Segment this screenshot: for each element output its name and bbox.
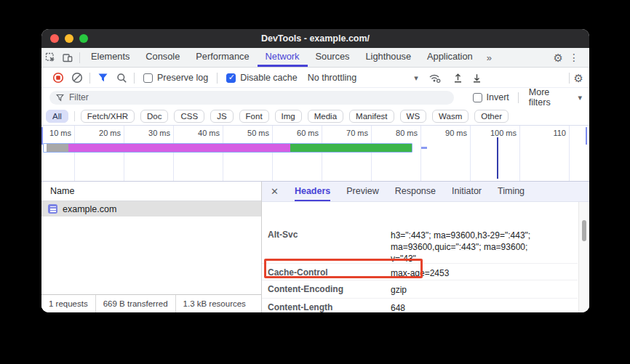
overview-handle[interactable] xyxy=(586,127,587,145)
throttling-select[interactable]: No throttling ▾ xyxy=(308,73,418,83)
more-panels-icon[interactable]: » xyxy=(481,48,498,67)
desktop-background: DevTools - example.com/ ElementsConsoleP… xyxy=(0,0,630,364)
scrollbar[interactable] xyxy=(578,202,589,312)
titlebar[interactable]: DevTools - example.com/ xyxy=(41,29,589,48)
tab-elements[interactable]: Elements xyxy=(83,48,137,67)
filter-chip-media[interactable]: Media xyxy=(308,110,343,123)
overview-handle[interactable] xyxy=(41,127,43,145)
filter-chip-css[interactable]: CSS xyxy=(174,110,204,123)
network-overview[interactable]: 10 ms20 ms30 ms40 ms50 ms60 ms70 ms80 ms… xyxy=(41,125,589,182)
divider xyxy=(217,73,218,84)
divider xyxy=(569,73,570,84)
document-icon xyxy=(48,204,57,214)
tab-network[interactable]: Network xyxy=(258,48,308,67)
header-value: gzip xyxy=(391,284,547,296)
filter-chip-other[interactable]: Other xyxy=(474,110,509,123)
devtools-tab-bar: ElementsConsolePerformanceNetworkSources… xyxy=(41,48,589,68)
filter-chip-doc[interactable]: Doc xyxy=(140,110,168,123)
device-toolbar-icon[interactable] xyxy=(59,48,76,67)
import-har-icon[interactable] xyxy=(468,68,487,87)
filter-bar: Filter Invert More filters ▾ xyxy=(41,88,589,107)
clear-log-icon[interactable] xyxy=(68,68,87,87)
timeline-tick-label: 110 xyxy=(524,129,566,137)
timeline-gridline xyxy=(124,126,124,181)
status-item: 1.3 kB resources xyxy=(176,299,253,308)
request-row[interactable]: example.com xyxy=(41,201,261,217)
headers-panel: ✕ HeadersPreviewResponseInitiatorTiming … xyxy=(262,182,589,312)
header-row-content-encoding[interactable]: Content-Encodinggzip xyxy=(262,284,578,296)
inspect-element-icon[interactable] xyxy=(41,48,59,67)
detail-tab-preview[interactable]: Preview xyxy=(346,182,378,201)
header-name: Cache-Control xyxy=(268,267,388,278)
customize-menu-icon[interactable]: ⋮ xyxy=(565,52,583,63)
invert-checkbox[interactable] xyxy=(473,93,482,102)
header-row-alt-svc[interactable]: Alt-Svch3=":443"; ma=93600,h3-29=":443";… xyxy=(262,230,578,241)
waterfall-segment-blocked-gray xyxy=(47,144,68,152)
stop-recording-icon[interactable] xyxy=(49,68,68,87)
filter-chip-wasm[interactable]: Wasm xyxy=(432,110,468,123)
timeline-tick-label: 70 ms xyxy=(326,129,368,137)
filter-chip-manifest[interactable]: Manifest xyxy=(349,110,394,123)
request-table: Name example.com 1 requests669 B transfe… xyxy=(41,182,262,312)
filter-chip-all[interactable]: All xyxy=(46,110,68,123)
tab-console[interactable]: Console xyxy=(137,48,188,67)
disable-cache-toggle[interactable]: Disable cache xyxy=(220,73,303,83)
preserve-log-label: Preserve log xyxy=(157,73,208,83)
waterfall-segment-request-magenta xyxy=(68,144,290,152)
detail-tab-headers[interactable]: Headers xyxy=(295,182,330,201)
disable-cache-label: Disable cache xyxy=(240,73,298,83)
filter-chip-font[interactable]: Font xyxy=(239,110,269,123)
close-panel-icon[interactable]: ✕ xyxy=(271,186,279,197)
header-value: h3=":443"; ma=93600,h3-29=":443"; ma=936… xyxy=(391,230,547,264)
disable-cache-checkbox[interactable] xyxy=(226,73,236,83)
network-conditions-icon[interactable] xyxy=(426,68,444,87)
devtools-window: DevTools - example.com/ ElementsConsoleP… xyxy=(41,29,589,312)
name-column-header[interactable]: Name xyxy=(41,182,261,201)
header-value: 648 xyxy=(391,302,547,312)
preserve-log-checkbox[interactable] xyxy=(143,73,153,83)
filter-input[interactable]: Filter xyxy=(49,91,454,105)
throttling-value: No throttling xyxy=(308,73,356,83)
tab-performance[interactable]: Performance xyxy=(188,48,257,67)
filter-icon-small xyxy=(56,94,64,102)
timeline-gridline xyxy=(371,126,372,181)
row-separator xyxy=(262,280,578,280)
scrollbar-thumb[interactable] xyxy=(582,220,586,241)
timeline-tick-label: 50 ms xyxy=(227,129,269,137)
divider xyxy=(518,92,519,103)
tab-sources[interactable]: Sources xyxy=(308,48,358,67)
settings-icon[interactable]: ⚙ xyxy=(554,52,563,63)
timeline-gridline xyxy=(420,126,421,181)
timeline-gridline xyxy=(74,126,75,181)
search-icon[interactable] xyxy=(112,68,131,87)
network-settings-icon[interactable]: ⚙ xyxy=(574,73,583,84)
filter-chip-img[interactable]: Img xyxy=(275,110,302,123)
header-row-content-length[interactable]: Content-Length648 xyxy=(262,302,578,312)
window-title: DevTools - example.com/ xyxy=(41,29,589,48)
filter-chip-js[interactable]: JS xyxy=(210,110,233,123)
timeline-tick-label: 40 ms xyxy=(178,129,220,137)
detail-tab-initiator[interactable]: Initiator xyxy=(452,182,482,201)
status-item: 1 requests xyxy=(41,299,95,308)
filter-placeholder: Filter xyxy=(69,92,89,102)
divider xyxy=(79,52,80,63)
preserve-log-toggle[interactable]: Preserve log xyxy=(137,73,214,83)
request-type-filters: AllFetch/XHRDocCSSJSFontImgMediaManifest… xyxy=(41,107,589,125)
waterfall-tail xyxy=(421,147,427,149)
detail-tab-response[interactable]: Response xyxy=(395,182,436,201)
divider xyxy=(89,73,90,84)
filter-chip-fetch-xhr[interactable]: Fetch/XHR xyxy=(81,110,135,123)
tab-application[interactable]: Application xyxy=(419,48,481,67)
filter-icon[interactable] xyxy=(93,68,112,87)
divider xyxy=(74,111,75,121)
timeline-tick-label: 30 ms xyxy=(128,129,170,137)
detail-tab-timing[interactable]: Timing xyxy=(498,182,525,201)
more-filters-button[interactable]: More filters ▾ xyxy=(522,87,589,108)
timeline-tick-label: 20 ms xyxy=(79,129,121,137)
invert-filter-toggle[interactable]: Invert xyxy=(467,92,515,102)
header-row-cache-control[interactable]: Cache-Controlmax-age=2453 xyxy=(262,267,578,279)
export-har-icon[interactable] xyxy=(449,68,468,87)
filter-chip-ws[interactable]: WS xyxy=(400,110,427,123)
tab-lighthouse[interactable]: Lighthouse xyxy=(357,48,419,67)
timeline-gridline xyxy=(173,126,174,181)
